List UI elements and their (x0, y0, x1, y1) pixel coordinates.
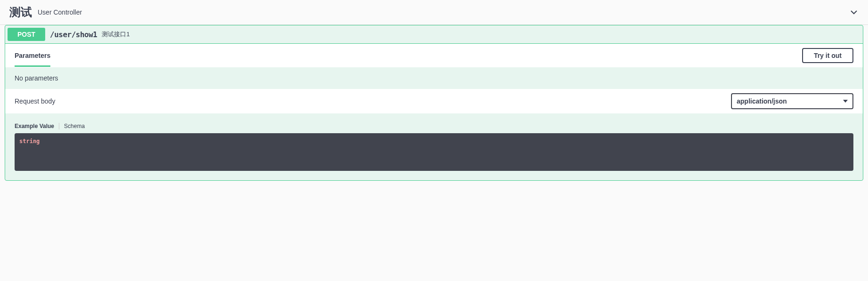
http-method-badge: POST (8, 28, 45, 41)
request-body-content: Example Value Schema string (5, 113, 863, 180)
tab-schema[interactable]: Schema (64, 123, 89, 129)
chevron-down-icon[interactable] (849, 8, 859, 17)
tag-title: 测试 (9, 5, 32, 20)
tag-header[interactable]: 测试 User Controller (0, 0, 868, 25)
operation-description: 测试接口1 (102, 30, 129, 39)
operation-body: Parameters Try it out No parameters Requ… (5, 43, 863, 180)
content-type-select-wrap: application/json (731, 93, 853, 109)
operation-summary[interactable]: POST /user/show1 测试接口1 (5, 25, 863, 43)
request-body-header: Request body application/json (5, 89, 863, 113)
request-body-title: Request body (15, 97, 731, 105)
try-it-out-button[interactable]: Try it out (802, 48, 853, 63)
body-tabs: Example Value Schema (15, 123, 853, 129)
example-value-box[interactable]: string (15, 133, 853, 171)
tab-example-value[interactable]: Example Value (15, 123, 59, 129)
tag-description: User Controller (38, 8, 849, 16)
no-parameters-text: No parameters (5, 67, 863, 89)
operation-path: /user/show1 (50, 30, 97, 39)
content-type-select[interactable]: application/json (731, 93, 853, 109)
operation-block: POST /user/show1 测试接口1 Parameters Try it… (5, 25, 863, 181)
parameters-title: Parameters (15, 44, 50, 67)
tab-separator (59, 123, 59, 129)
example-value-text: string (19, 138, 40, 145)
api-container: 测试 User Controller POST /user/show1 测试接口… (0, 0, 868, 181)
parameters-header: Parameters Try it out (5, 44, 863, 67)
